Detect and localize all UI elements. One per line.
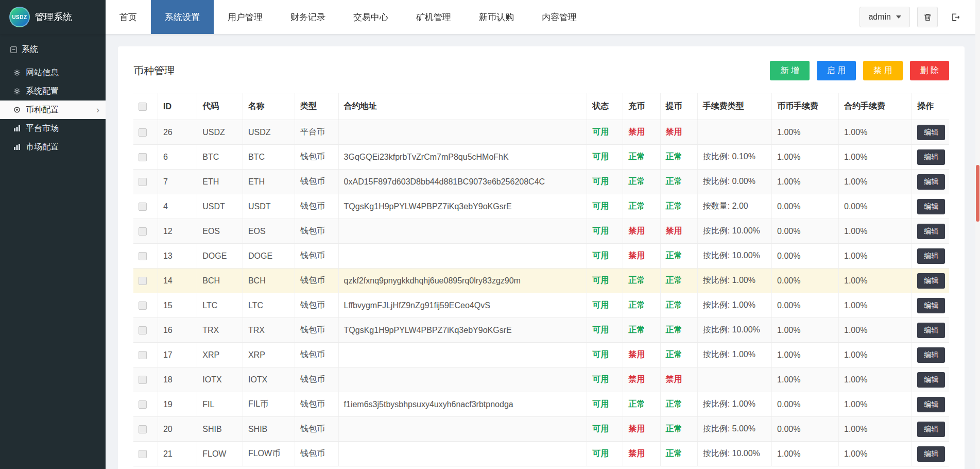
cell-deposit: 正常 xyxy=(623,194,660,219)
cell-contract-fee: 1.00% xyxy=(839,392,912,417)
cell-status: 可用 xyxy=(587,392,623,417)
cell-fee-type: 按比例: 1.00% xyxy=(697,293,771,318)
row-checkbox[interactable] xyxy=(139,277,147,285)
cell-status: 可用 xyxy=(587,367,623,392)
cell-type: 钱包币 xyxy=(295,244,339,269)
table-row: 4USDTUSDT钱包币TQgsKg1H9pPYLW4PBPZ7iKq3ebY9… xyxy=(133,194,949,219)
cell-type: 平台币 xyxy=(295,120,339,145)
sidebar-section[interactable]: 系统 xyxy=(0,34,106,63)
cell-status: 可用 xyxy=(587,442,623,466)
table-row: 21FLOWFLOW币钱包币可用禁用正常按比例: 10.00%1.00%1.00… xyxy=(133,442,949,466)
row-checkbox[interactable] xyxy=(139,203,147,211)
cell-contract-fee: 1.00% xyxy=(839,145,912,170)
sidebar: 系统 网站信息系统配置币种配置›平台市场市场配置 xyxy=(0,34,106,469)
cell-withdraw: 正常 xyxy=(660,145,697,170)
sidebar-item-5[interactable]: 市场配置 xyxy=(0,138,106,156)
row-checkbox[interactable] xyxy=(139,326,147,334)
edit-button[interactable]: 编辑 xyxy=(917,199,945,214)
cell-address: TQgsKg1H9pPYLW4PBPZ7iKq3ebY9oKGsrE xyxy=(338,194,587,219)
select-all-checkbox[interactable] xyxy=(139,103,147,111)
edit-button[interactable]: 编辑 xyxy=(917,125,945,140)
scrollbar-thumb[interactable] xyxy=(976,165,979,222)
logout-button[interactable] xyxy=(945,7,966,27)
edit-button[interactable]: 编辑 xyxy=(917,372,945,388)
cell-type: 钱包币 xyxy=(295,269,339,293)
cell-deposit: 禁用 xyxy=(623,442,660,466)
row-checkbox[interactable] xyxy=(139,153,147,161)
nav-item-5[interactable]: 交易中心 xyxy=(339,0,402,34)
table-row: 18IOTXIOTX钱包币可用禁用禁用1.00%1.00%编辑 xyxy=(133,367,949,392)
cell-deposit: 正常 xyxy=(623,293,660,318)
delete-button[interactable]: 删 除 xyxy=(910,61,949,80)
row-checkbox[interactable] xyxy=(139,178,147,186)
cell-id: 15 xyxy=(158,293,197,318)
row-checkbox[interactable] xyxy=(139,425,147,433)
disable-button[interactable]: 禁 用 xyxy=(863,61,902,80)
row-checkbox[interactable] xyxy=(139,376,147,384)
sidebar-item-3[interactable]: 币种配置› xyxy=(0,100,106,119)
row-checkbox[interactable] xyxy=(139,351,147,359)
table-row: 14BCHBCH钱包币qzkf2fxnq9pnygkkdhqhj6ue0895r… xyxy=(133,269,949,293)
edit-button[interactable]: 编辑 xyxy=(917,248,945,264)
cell-contract-fee: 1.00% xyxy=(839,244,912,269)
row-checkbox[interactable] xyxy=(139,400,147,409)
cell-contract-fee: 1.00% xyxy=(839,417,912,442)
nav-item-3[interactable]: 用户管理 xyxy=(214,0,277,34)
main-content: 币种管理 新 增启 用禁 用删 除 ID代码名称类型合约地址状态充币提币手续费类… xyxy=(106,34,980,469)
cell-type: 钱包币 xyxy=(295,318,339,343)
sidebar-item-4[interactable]: 平台市场 xyxy=(0,119,106,138)
cell-status: 可用 xyxy=(587,219,623,244)
cell-code: SHIB xyxy=(197,417,243,442)
table-row: 6BTCBTC钱包币3GqGQEi23kfprbTvZrCm7mP8qu5cHM… xyxy=(133,145,949,170)
nav-item-6[interactable]: 矿机管理 xyxy=(402,0,465,34)
cell-coin-fee: 0.00% xyxy=(772,244,839,269)
nav-item-2[interactable]: 系统设置 xyxy=(151,0,214,34)
cell-withdraw: 禁用 xyxy=(660,367,697,392)
cell-withdraw: 正常 xyxy=(660,442,697,466)
cell-status: 可用 xyxy=(587,269,623,293)
edit-button[interactable]: 编辑 xyxy=(917,273,945,289)
edit-button[interactable]: 编辑 xyxy=(917,397,945,412)
cell-fee-type: 按比例: 10.00% xyxy=(697,318,771,343)
edit-button[interactable]: 编辑 xyxy=(917,347,945,363)
edit-button[interactable]: 编辑 xyxy=(917,174,945,190)
chart-icon xyxy=(13,143,21,150)
edit-button[interactable]: 编辑 xyxy=(917,298,945,313)
clear-cache-button[interactable] xyxy=(917,7,938,27)
edit-button[interactable]: 编辑 xyxy=(917,224,945,239)
edit-button[interactable]: 编辑 xyxy=(917,446,945,462)
nav-item-8[interactable]: 内容管理 xyxy=(528,0,591,34)
cell-id: 13 xyxy=(158,244,197,269)
admin-menu-button[interactable]: admin xyxy=(859,7,910,27)
nav-item-7[interactable]: 新币认购 xyxy=(465,0,528,34)
row-checkbox[interactable] xyxy=(139,227,147,236)
cell-contract-fee: 1.00% xyxy=(839,170,912,194)
page-scrollbar[interactable] xyxy=(975,0,980,469)
row-checkbox[interactable] xyxy=(139,252,147,260)
cell-withdraw: 正常 xyxy=(660,392,697,417)
sidebar-item-label: 币种配置 xyxy=(26,105,59,115)
row-checkbox[interactable] xyxy=(139,301,147,310)
edit-button[interactable]: 编辑 xyxy=(917,149,945,165)
top-nav: 首页系统设置用户管理财务记录交易中心矿机管理新币认购内容管理 xyxy=(106,0,591,34)
add-button[interactable]: 新 增 xyxy=(770,61,809,80)
column-header: 状态 xyxy=(587,93,623,120)
row-checkbox[interactable] xyxy=(139,128,147,137)
sidebar-item-1[interactable]: 网站信息 xyxy=(0,63,106,82)
cell-code: FLOW xyxy=(197,442,243,466)
cell-status: 可用 xyxy=(587,343,623,367)
sidebar-item-2[interactable]: 系统配置 xyxy=(0,82,106,100)
cell-id: 12 xyxy=(158,219,197,244)
row-checkbox[interactable] xyxy=(139,450,147,458)
nav-item-1[interactable]: 首页 xyxy=(106,0,151,34)
page-actions: 新 增启 用禁 用删 除 xyxy=(770,61,949,80)
cell-name: BTC xyxy=(243,145,295,170)
cell-type: 钱包币 xyxy=(295,367,339,392)
edit-button[interactable]: 编辑 xyxy=(917,323,945,338)
cell-contract-fee: 1.00% xyxy=(839,318,912,343)
nav-item-4[interactable]: 财务记录 xyxy=(277,0,339,34)
enable-button[interactable]: 启 用 xyxy=(817,61,856,80)
gear-icon xyxy=(13,69,21,76)
edit-button[interactable]: 编辑 xyxy=(917,422,945,437)
cell-code: USDT xyxy=(197,194,243,219)
